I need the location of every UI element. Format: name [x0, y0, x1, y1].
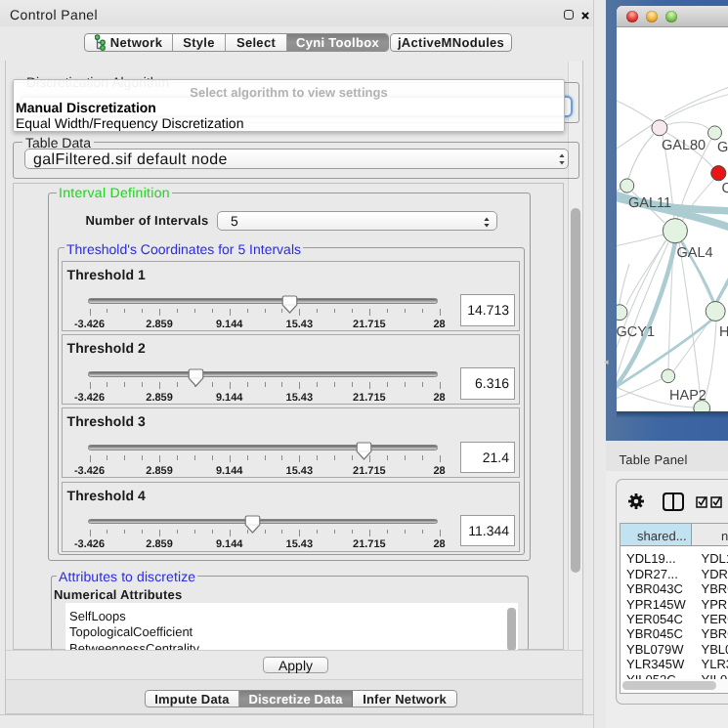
svg-text:GCY1: GCY1 — [617, 324, 655, 340]
svg-text:GAL80: GAL80 — [662, 138, 706, 153]
svg-text:HAP2: HAP2 — [669, 388, 707, 404]
svg-text:C: C — [722, 181, 728, 196]
svg-text:G: G — [717, 140, 728, 155]
svg-text:GAL11: GAL11 — [628, 195, 671, 211]
svg-text:GAL4: GAL4 — [677, 245, 713, 261]
svg-text:H: H — [719, 324, 728, 340]
